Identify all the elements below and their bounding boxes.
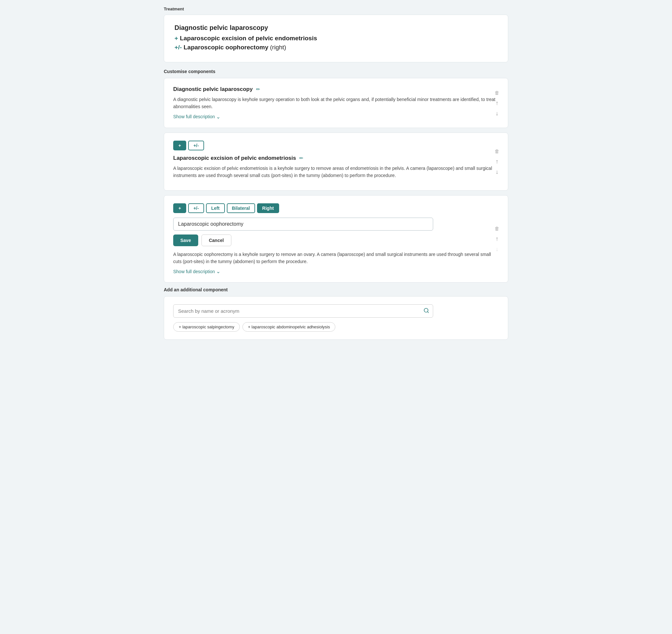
card3-btn-row: Save Cancel: [173, 235, 499, 246]
card2-title: Laparoscopic excision of pelvic endometr…: [173, 155, 296, 162]
card3-show-full-label: Show full description: [173, 269, 215, 274]
search-input[interactable]: [173, 304, 433, 318]
card2-tag-row: + +/-: [173, 141, 499, 150]
summary-item1-operator: +: [174, 35, 180, 42]
card2-up-button[interactable]: [494, 157, 500, 166]
summary-item2-side: (right): [268, 44, 286, 51]
treatment-section-label: Treatment: [164, 6, 508, 11]
card3-show-full-link[interactable]: Show full description: [173, 268, 220, 274]
suggestion-tags: + laparoscopic salpingectomy + laparosco…: [173, 322, 499, 332]
card3-up-button[interactable]: [494, 235, 500, 243]
customise-label: Customise components: [164, 69, 508, 74]
card1-description: A diagnostic pelvic laparoscopy is keyho…: [173, 96, 499, 111]
card3-name-input[interactable]: [173, 218, 433, 230]
component-card-1: Diagnostic pelvic laparoscopy A diagnost…: [164, 78, 508, 128]
component-card-3: + +/- Left Bilateral Right Save Cancel A…: [164, 195, 508, 283]
card1-delete-button[interactable]: [493, 88, 501, 96]
card3-save-button[interactable]: Save: [173, 235, 198, 246]
card2-edit-icon[interactable]: [299, 155, 304, 161]
card3-tag-row: + +/- Left Bilateral Right: [173, 203, 499, 213]
card1-title: Diagnostic pelvic laparoscopy: [173, 86, 253, 93]
search-wrapper: [173, 304, 433, 318]
customise-section: Customise components Diagnostic pelvic l…: [164, 69, 508, 283]
suggestion-tag-1[interactable]: + laparoscopic abdominopelvic adhesiolys…: [242, 322, 336, 332]
card1-up-button[interactable]: [494, 98, 500, 107]
card1-chevron-icon: [216, 114, 220, 120]
page-wrapper: Treatment Diagnostic pelvic laparoscopy …: [164, 6, 508, 340]
treatment-summary-card: Diagnostic pelvic laparoscopy + Laparosc…: [164, 15, 508, 63]
card3-cancel-button[interactable]: Cancel: [201, 235, 231, 246]
card1-header: Diagnostic pelvic laparoscopy: [173, 86, 499, 93]
summary-item2: +/- Laparoscopic oophorectomy (right): [174, 44, 498, 51]
summary-item1: + Laparoscopic excision of pelvic endome…: [174, 35, 498, 42]
summary-item2-label: Laparoscopic oophorectomy: [184, 44, 268, 51]
card2-header: Laparoscopic excision of pelvic endometr…: [173, 155, 499, 162]
card3-description: A laparoscopic oophorectomy is a keyhole…: [173, 251, 499, 265]
summary-item1-label: Laparoscopic excision of pelvic endometr…: [180, 35, 317, 42]
card3-tag-left[interactable]: Left: [206, 203, 225, 213]
add-section-label: Add an additional component: [164, 287, 508, 292]
card3-actions: [493, 224, 501, 253]
card3-chevron-icon: [216, 268, 220, 274]
card1-down-button[interactable]: [494, 109, 500, 117]
add-section: Add an additional component + laparoscop…: [164, 287, 508, 340]
card3-down-button: [494, 245, 500, 253]
card1-show-full-label: Show full description: [173, 114, 215, 119]
card3-tag-right[interactable]: Right: [257, 203, 279, 213]
add-card: + laparoscopic salpingectomy + laparosco…: [164, 296, 508, 340]
card1-edit-icon[interactable]: [256, 87, 260, 92]
card2-down-button[interactable]: [494, 168, 500, 176]
card3-tag-plus[interactable]: +: [173, 203, 186, 213]
card3-tag-plus-minus[interactable]: +/-: [188, 203, 204, 213]
card1-actions: [493, 88, 501, 117]
card3-delete-button[interactable]: [493, 224, 501, 233]
card2-actions: [493, 147, 501, 176]
card2-tag-plus[interactable]: +: [173, 141, 186, 150]
card2-description: A laparoscopic excision of pelvic endome…: [173, 165, 499, 179]
summary-item2-operator: +/-: [174, 44, 184, 51]
card2-delete-button[interactable]: [493, 147, 501, 155]
suggestion-tag-0[interactable]: + laparoscopic salpingectomy: [173, 322, 240, 332]
component-card-2: + +/- Laparoscopic excision of pelvic en…: [164, 132, 508, 191]
card3-tag-bilateral[interactable]: Bilateral: [227, 203, 255, 213]
summary-title: Diagnostic pelvic laparoscopy: [174, 24, 498, 31]
card2-tag-plus-minus[interactable]: +/-: [188, 141, 204, 150]
card1-show-full-link[interactable]: Show full description: [173, 114, 220, 120]
